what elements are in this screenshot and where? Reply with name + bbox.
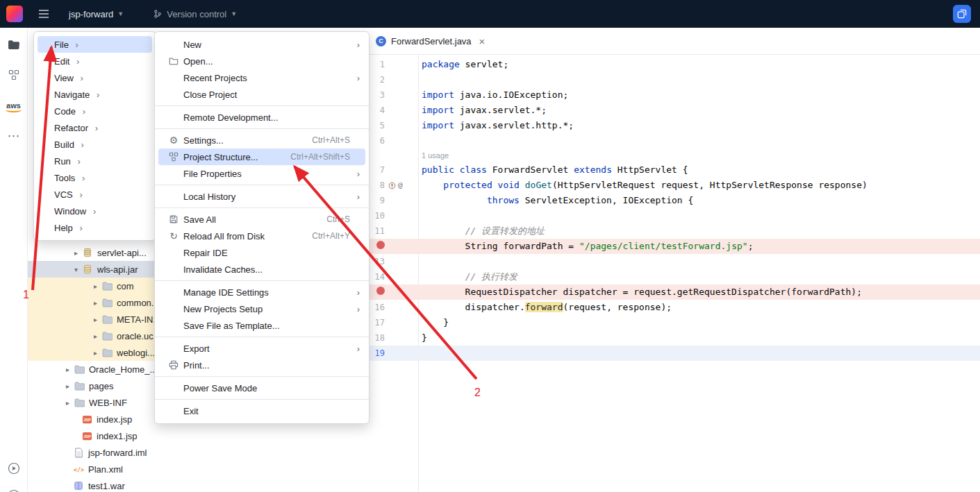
editor-tab[interactable]: C ForwardServlet.java × [369,28,492,54]
menu-item-view[interactable]: View› [38,69,152,86]
more-tool-windows-icon[interactable]: ⋯ [7,129,21,143]
tree-item-label: com [117,281,134,291]
close-tab-icon[interactable]: × [479,36,485,46]
chevron-down-icon[interactable]: ▾ [71,266,81,273]
menu-item-build[interactable]: Build› [38,136,152,153]
line-number[interactable]: 19 [369,346,385,361]
gutter: 9 [369,193,418,208]
menu-item-invalidate-caches[interactable]: Invalidate Caches... [158,261,365,278]
menu-item-local-history[interactable]: Local History› [158,188,365,205]
override-icon[interactable] [388,182,396,189]
menu-item-settings[interactable]: ⚙Settings...Ctrl+Alt+S [158,132,365,149]
branch-icon [153,9,163,19]
chevron-right-icon[interactable]: ▸ [71,249,81,257]
code-text [418,208,422,223]
line-number[interactable]: 11 [369,223,385,239]
menu-item-new-projects-setup[interactable]: New Projects Setup› [158,300,365,317]
header-action-button[interactable] [953,5,971,23]
line-number[interactable]: 8 [369,178,385,193]
tree-item-index1-jsp[interactable]: JSPindex1.jsp [28,427,369,444]
line-number[interactable]: 13 [369,254,385,269]
line-number[interactable]: 5 [369,118,385,133]
code-text: RequestDispatcher dispatcher = request.g… [418,285,862,300]
line-number[interactable]: 3 [369,87,385,103]
chevron-right-icon[interactable]: ▸ [63,399,73,407]
chevron-right-icon[interactable]: ▸ [90,282,101,290]
tree-item-jsp-forward-iml[interactable]: jsp-forward.iml [28,444,369,461]
breakpoint-icon[interactable] [376,287,385,295]
code-text: package servlet; [418,57,508,72]
code-line-15: RequestDispatcher dispatcher = request.g… [369,285,980,300]
menu-item-code[interactable]: Code› [38,103,152,119]
menu-item-export[interactable]: Export› [158,340,365,357]
chevron-right-icon[interactable]: ▸ [90,332,101,340]
tree-item-label: Plan.xml [88,464,123,475]
chevron-right-icon[interactable]: ▸ [90,349,101,357]
menu-item-label: Print... [183,360,210,371]
line-number[interactable]: 7 [369,162,385,178]
menu-item-manage-ide-settings[interactable]: Manage IDE Settings› [158,284,365,300]
menu-item-exit[interactable]: Exit [158,402,365,419]
submenu-arrow-icon: › [71,156,81,167]
vcs-widget[interactable]: Version control ▼ [153,9,237,19]
menu-item-edit[interactable]: Edit› [38,53,152,69]
menu-item-close-project[interactable]: Close Project [158,86,365,103]
tree-item-test1-war[interactable]: test1.war [28,477,369,492]
menu-item-navigate[interactable]: Navigate› [38,86,152,103]
line-number[interactable] [369,285,385,300]
menu-item-refactor[interactable]: Refactor› [38,119,152,136]
menu-item-window[interactable]: Window› [38,203,152,219]
folder-icon [168,56,179,67]
line-number[interactable]: 18 [369,330,385,346]
gutter: 5 [369,118,418,133]
menu-separator [155,105,369,106]
services-tool-icon[interactable] [7,486,21,492]
tree-item-plan-xml[interactable]: </>Plan.xml [28,461,369,477]
menu-item-repair-ide[interactable]: Repair IDE [158,244,365,261]
chevron-down-icon: ▼ [231,10,237,17]
structure-tool-icon[interactable] [7,68,21,82]
line-number[interactable]: 16 [369,300,385,315]
run-tool-icon[interactable] [7,461,21,475]
chevron-right-icon[interactable]: ▸ [63,382,73,390]
line-number[interactable]: 10 [369,208,385,223]
menu-item-vcs[interactable]: VCS› [38,186,152,203]
menu-item-save-all[interactable]: Save AllCtrl+S [158,211,365,228]
aws-toolkit-icon[interactable]: aws [7,99,21,112]
project-tool-icon[interactable] [7,37,21,51]
breakpoint-icon[interactable] [376,241,385,249]
menu-item-label: Code [54,106,76,117]
line-number[interactable] [369,239,385,254]
menu-item-reload-all-from-disk[interactable]: ↻Reload All from DiskCtrl+Alt+Y [158,228,365,244]
usage-inlay-hint[interactable]: 1 usage [369,149,449,162]
menu-item-save-file-as-template[interactable]: Save File as Template... [158,317,365,334]
line-number[interactable]: 14 [369,269,385,285]
menu-item-open[interactable]: Open... [158,53,365,69]
project-widget[interactable]: jsp-forward ▼ [69,9,124,19]
code-line-18: 18} [369,330,980,346]
menu-item-recent-projects[interactable]: Recent Projects› [158,69,365,86]
menu-item-new[interactable]: New› [158,36,365,53]
line-number[interactable]: 2 [369,72,385,87]
menu-item-power-save-mode[interactable]: Power Save Mode [158,380,365,396]
line-number[interactable]: 1 [369,57,385,72]
line-number[interactable]: 9 [369,193,385,208]
menu-item-help[interactable]: Help› [38,219,152,236]
line-number[interactable]: 6 [369,133,385,149]
menu-item-file-properties[interactable]: File Properties› [158,165,365,182]
menu-item-tools[interactable]: Tools› [38,169,152,186]
chevron-right-icon[interactable]: ▸ [90,316,101,323]
menu-item-label: Tools [54,173,75,183]
menu-item-file[interactable]: File› [38,36,152,53]
code-editor[interactable]: 1package servlet;23import java.io.IOExce… [369,54,980,492]
line-number[interactable]: 17 [369,315,385,330]
menu-item-run[interactable]: Run› [38,153,152,169]
menu-item-print[interactable]: Print... [158,357,365,373]
main-menu-button[interactable] [38,9,49,19]
line-number[interactable]: 4 [369,103,385,118]
menu-item-label: Repair IDE [183,248,228,258]
chevron-right-icon[interactable]: ▸ [90,299,101,307]
chevron-right-icon[interactable]: ▸ [63,366,73,373]
menu-item-remote-development[interactable]: Remote Development... [158,109,365,126]
menu-item-project-structure[interactable]: Project Structure...Ctrl+Alt+Shift+S [158,149,365,165]
